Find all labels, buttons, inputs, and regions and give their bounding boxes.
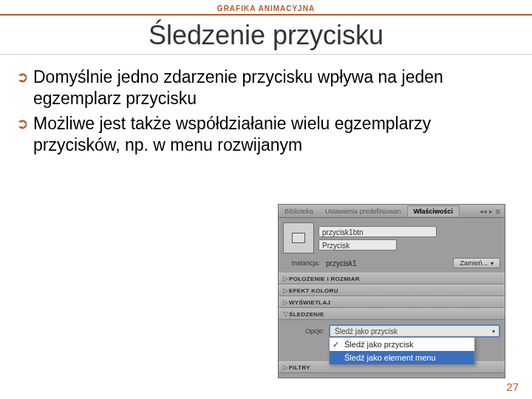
bullet-arrow-icon: ➲ (16, 113, 29, 134)
slide-title: Śledzenie przycisku (0, 16, 532, 54)
bullet-arrow-icon: ➲ (16, 66, 29, 87)
symbol-type-dropdown[interactable]: Przycisk (318, 239, 397, 250)
content-area: ➲ Domyślnie jedno zdarzenie przycisku wp… (0, 66, 532, 157)
chevron-right-icon: ▷ (282, 364, 289, 371)
tab-presets[interactable]: Ustawienia predefiniowan (319, 206, 407, 216)
panel-menu-icon[interactable]: ≡ (494, 207, 505, 216)
check-icon: ✓ (332, 340, 339, 349)
bullet-text: Możliwe jest także współdziałanie wielu … (33, 113, 516, 157)
symbol-type-label: Przycisk (322, 242, 349, 250)
tracking-dropdown[interactable]: Śledź jako przycisk ▾ ✓ Śledź jako przyc… (329, 324, 500, 338)
section-tracking[interactable]: ▽ ŚLEDZENIE (279, 308, 505, 320)
section-filters-label: FILTRY (289, 364, 310, 371)
dropdown-item-menu[interactable]: Śledź jako element menu (330, 351, 474, 364)
chevron-right-icon: ▷ (282, 299, 289, 306)
tab-properties[interactable]: Właściwości (407, 205, 460, 216)
dropdown-item-button[interactable]: ✓ Śledź jako przycisk (330, 338, 474, 351)
chevron-down-icon: ▾ (491, 260, 494, 267)
bullet-item: ➲ Domyślnie jedno zdarzenie przycisku wp… (16, 66, 516, 110)
section-position-label: POŁOŻENIE I ROZMIAR (289, 276, 360, 282)
section-position[interactable]: ▷ POŁOŻENIE I ROZMIAR (279, 273, 505, 284)
tracking-dropdown-value: Śledź jako przycisk (335, 327, 398, 335)
section-display-label: WYŚWIETLAJ (289, 299, 330, 306)
instance-value: przycisk1 (326, 259, 450, 267)
tab-library[interactable]: Biblioteka (279, 206, 319, 216)
divider-bottom (0, 54, 532, 55)
symbol-swatch (283, 222, 314, 253)
bullet-item: ➲ Możliwe jest także współdziałanie wiel… (16, 113, 516, 157)
header-kicker: GRAFIKA ANIMACYJNA (0, 0, 532, 14)
section-tracking-label: ŚLEDZENIE (289, 311, 324, 318)
instance-label: Instancja: (283, 259, 323, 267)
section-display[interactable]: ▷ WYŚWIETLAJ (279, 296, 505, 308)
symbol-mini-icon (292, 233, 305, 243)
properties-panel: Biblioteka Ustawienia predefiniowan Właś… (278, 204, 505, 378)
tracking-dropdown-list: ✓ Śledź jako przycisk Śledź jako element… (329, 337, 475, 365)
chevron-down-icon: ▽ (282, 310, 289, 318)
panel-collapse-icon[interactable]: ◂◂ ▸ (480, 208, 494, 215)
chevron-right-icon: ▷ (282, 287, 289, 294)
panel-tabs: Biblioteka Ustawienia predefiniowan Właś… (279, 205, 505, 218)
section-color-label: EFEKT KOLORU (289, 287, 338, 294)
swap-button[interactable]: Zamień... ▾ (453, 258, 500, 268)
dropdown-item-label: Śledź jako przycisk (344, 340, 414, 349)
chevron-right-icon: ▷ (282, 275, 289, 282)
swap-button-label: Zamień... (460, 259, 488, 267)
tracking-body: Opcje: Śledź jako przycisk ▾ ✓ Śledź jak… (283, 320, 500, 342)
bullet-text: Domyślnie jedno zdarzenie przycisku wpły… (33, 66, 516, 110)
page-number: 27 (506, 381, 519, 393)
tracking-dropdown-button[interactable]: Śledź jako przycisk ▾ (329, 324, 500, 338)
dropdown-item-label: Śledź jako element menu (344, 353, 436, 362)
chevron-down-icon: ▾ (492, 328, 495, 335)
options-label: Opcje: (283, 327, 324, 335)
instance-name-input[interactable]: przycisk1btn (318, 226, 437, 237)
section-color[interactable]: ▷ EFEKT KOLORU (279, 284, 505, 296)
